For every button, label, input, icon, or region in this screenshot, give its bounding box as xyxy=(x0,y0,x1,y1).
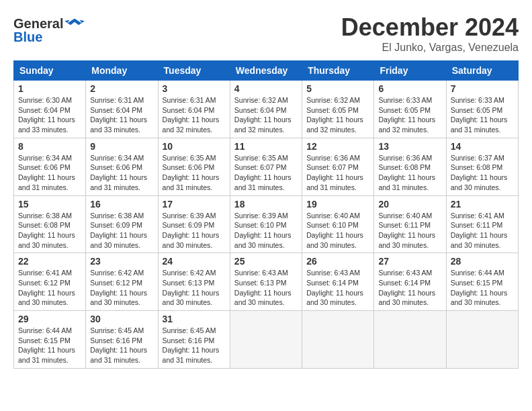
day-number: 12 xyxy=(306,141,369,152)
day-info: Sunrise: 6:42 AM Sunset: 6:12 PM Dayligh… xyxy=(90,268,153,308)
day-info: Sunrise: 6:45 AM Sunset: 6:16 PM Dayligh… xyxy=(90,326,153,365)
day-number: 29 xyxy=(18,314,81,324)
day-number: 24 xyxy=(163,256,226,267)
day-cell: 29 Sunrise: 6:44 AM Sunset: 6:15 PM Dayl… xyxy=(14,311,86,369)
day-info: Sunrise: 6:30 AM Sunset: 6:04 PM Dayligh… xyxy=(18,95,81,135)
weekday-header-row: SundayMondayTuesdayWednesdayThursdayFrid… xyxy=(14,61,519,81)
day-info: Sunrise: 6:44 AM Sunset: 6:15 PM Dayligh… xyxy=(18,326,81,365)
week-row-2: 8 Sunrise: 6:34 AM Sunset: 6:06 PM Dayli… xyxy=(14,138,519,195)
day-info: Sunrise: 6:43 AM Sunset: 6:14 PM Dayligh… xyxy=(378,268,441,308)
day-number: 1 xyxy=(18,83,81,94)
day-number: 27 xyxy=(378,256,441,267)
day-info: Sunrise: 6:38 AM Sunset: 6:08 PM Dayligh… xyxy=(18,211,81,250)
day-number: 2 xyxy=(90,83,153,94)
day-cell: 19 Sunrise: 6:40 AM Sunset: 6:10 PM Dayl… xyxy=(302,195,374,253)
day-cell: 21 Sunrise: 6:41 AM Sunset: 6:11 PM Dayl… xyxy=(446,195,518,253)
title-block: December 2024 El Junko, Vargas, Venezuel… xyxy=(341,13,519,54)
location-text: El Junko, Vargas, Venezuela xyxy=(341,42,519,54)
day-cell: 25 Sunrise: 6:43 AM Sunset: 6:13 PM Dayl… xyxy=(230,253,302,311)
logo: General Blue xyxy=(13,13,85,45)
weekday-header-monday: Monday xyxy=(86,61,158,81)
day-cell: 12 Sunrise: 6:36 AM Sunset: 6:07 PM Dayl… xyxy=(302,138,374,195)
day-number: 15 xyxy=(18,199,81,210)
day-number: 11 xyxy=(234,141,298,152)
day-info: Sunrise: 6:33 AM Sunset: 6:05 PM Dayligh… xyxy=(451,95,514,135)
day-info: Sunrise: 6:40 AM Sunset: 6:11 PM Dayligh… xyxy=(378,211,441,250)
svg-marker-0 xyxy=(64,19,85,26)
day-cell: 24 Sunrise: 6:42 AM Sunset: 6:13 PM Dayl… xyxy=(158,253,230,311)
day-number: 3 xyxy=(163,83,226,94)
day-cell: 23 Sunrise: 6:42 AM Sunset: 6:12 PM Dayl… xyxy=(86,253,158,311)
day-cell: 4 Sunrise: 6:32 AM Sunset: 6:04 PM Dayli… xyxy=(230,81,302,138)
day-cell xyxy=(302,311,374,369)
day-cell: 11 Sunrise: 6:35 AM Sunset: 6:07 PM Dayl… xyxy=(230,138,302,195)
day-cell: 31 Sunrise: 6:45 AM Sunset: 6:16 PM Dayl… xyxy=(158,311,230,369)
day-info: Sunrise: 6:34 AM Sunset: 6:06 PM Dayligh… xyxy=(90,153,153,193)
day-number: 20 xyxy=(378,199,441,210)
day-cell: 30 Sunrise: 6:45 AM Sunset: 6:16 PM Dayl… xyxy=(86,311,158,369)
logo-blue-text: Blue xyxy=(13,30,42,45)
logo-bird-icon xyxy=(64,13,85,34)
day-number: 28 xyxy=(451,256,514,267)
day-cell: 7 Sunrise: 6:33 AM Sunset: 6:05 PM Dayli… xyxy=(446,81,518,138)
day-info: Sunrise: 6:31 AM Sunset: 6:04 PM Dayligh… xyxy=(163,95,226,135)
day-number: 21 xyxy=(451,199,514,210)
day-number: 19 xyxy=(306,199,369,210)
day-cell: 17 Sunrise: 6:39 AM Sunset: 6:09 PM Dayl… xyxy=(158,195,230,253)
day-info: Sunrise: 6:36 AM Sunset: 6:08 PM Dayligh… xyxy=(378,153,441,193)
day-info: Sunrise: 6:34 AM Sunset: 6:06 PM Dayligh… xyxy=(18,153,81,193)
day-info: Sunrise: 6:43 AM Sunset: 6:14 PM Dayligh… xyxy=(306,268,369,308)
day-cell: 2 Sunrise: 6:31 AM Sunset: 6:04 PM Dayli… xyxy=(86,81,158,138)
day-cell: 6 Sunrise: 6:33 AM Sunset: 6:05 PM Dayli… xyxy=(374,81,446,138)
day-cell: 5 Sunrise: 6:32 AM Sunset: 6:05 PM Dayli… xyxy=(302,81,374,138)
day-number: 23 xyxy=(90,256,153,267)
day-cell: 8 Sunrise: 6:34 AM Sunset: 6:06 PM Dayli… xyxy=(14,138,86,195)
day-info: Sunrise: 6:35 AM Sunset: 6:06 PM Dayligh… xyxy=(163,153,226,193)
day-cell: 27 Sunrise: 6:43 AM Sunset: 6:14 PM Dayl… xyxy=(374,253,446,311)
day-info: Sunrise: 6:45 AM Sunset: 6:16 PM Dayligh… xyxy=(163,326,226,365)
day-info: Sunrise: 6:31 AM Sunset: 6:04 PM Dayligh… xyxy=(90,95,153,135)
day-cell: 15 Sunrise: 6:38 AM Sunset: 6:08 PM Dayl… xyxy=(14,195,86,253)
day-info: Sunrise: 6:41 AM Sunset: 6:11 PM Dayligh… xyxy=(451,211,514,250)
weekday-header-tuesday: Tuesday xyxy=(158,61,230,81)
day-cell: 22 Sunrise: 6:41 AM Sunset: 6:12 PM Dayl… xyxy=(14,253,86,311)
week-row-1: 1 Sunrise: 6:30 AM Sunset: 6:04 PM Dayli… xyxy=(14,81,519,138)
day-info: Sunrise: 6:41 AM Sunset: 6:12 PM Dayligh… xyxy=(18,268,81,308)
day-info: Sunrise: 6:32 AM Sunset: 6:05 PM Dayligh… xyxy=(306,95,369,135)
week-row-3: 15 Sunrise: 6:38 AM Sunset: 6:08 PM Dayl… xyxy=(14,195,519,253)
day-cell xyxy=(374,311,446,369)
day-cell: 16 Sunrise: 6:38 AM Sunset: 6:09 PM Dayl… xyxy=(86,195,158,253)
day-info: Sunrise: 6:33 AM Sunset: 6:05 PM Dayligh… xyxy=(378,95,441,135)
day-info: Sunrise: 6:38 AM Sunset: 6:09 PM Dayligh… xyxy=(90,211,153,250)
day-number: 7 xyxy=(451,83,514,94)
day-number: 4 xyxy=(234,83,298,94)
weekday-header-thursday: Thursday xyxy=(302,61,374,81)
day-number: 18 xyxy=(234,199,298,210)
weekday-header-saturday: Saturday xyxy=(446,61,518,81)
week-row-5: 29 Sunrise: 6:44 AM Sunset: 6:15 PM Dayl… xyxy=(14,311,519,369)
day-number: 17 xyxy=(163,199,226,210)
day-info: Sunrise: 6:43 AM Sunset: 6:13 PM Dayligh… xyxy=(234,268,298,308)
day-cell: 28 Sunrise: 6:44 AM Sunset: 6:15 PM Dayl… xyxy=(446,253,518,311)
day-cell: 14 Sunrise: 6:37 AM Sunset: 6:08 PM Dayl… xyxy=(446,138,518,195)
day-info: Sunrise: 6:42 AM Sunset: 6:13 PM Dayligh… xyxy=(163,268,226,308)
day-cell: 9 Sunrise: 6:34 AM Sunset: 6:06 PM Dayli… xyxy=(86,138,158,195)
day-cell: 3 Sunrise: 6:31 AM Sunset: 6:04 PM Dayli… xyxy=(158,81,230,138)
day-info: Sunrise: 6:37 AM Sunset: 6:08 PM Dayligh… xyxy=(451,153,514,193)
day-info: Sunrise: 6:44 AM Sunset: 6:15 PM Dayligh… xyxy=(451,268,514,308)
day-info: Sunrise: 6:39 AM Sunset: 6:10 PM Dayligh… xyxy=(234,211,298,250)
day-info: Sunrise: 6:32 AM Sunset: 6:04 PM Dayligh… xyxy=(234,95,298,135)
day-number: 8 xyxy=(18,141,81,152)
day-number: 13 xyxy=(378,141,441,152)
day-info: Sunrise: 6:36 AM Sunset: 6:07 PM Dayligh… xyxy=(306,153,369,193)
day-number: 16 xyxy=(90,199,153,210)
weekday-header-wednesday: Wednesday xyxy=(230,61,302,81)
weekday-header-sunday: Sunday xyxy=(14,61,86,81)
day-number: 6 xyxy=(378,83,441,94)
week-row-4: 22 Sunrise: 6:41 AM Sunset: 6:12 PM Dayl… xyxy=(14,253,519,311)
calendar-table: SundayMondayTuesdayWednesdayThursdayFrid… xyxy=(13,60,519,369)
day-cell xyxy=(230,311,302,369)
day-cell: 26 Sunrise: 6:43 AM Sunset: 6:14 PM Dayl… xyxy=(302,253,374,311)
day-number: 30 xyxy=(90,314,153,324)
day-info: Sunrise: 6:39 AM Sunset: 6:09 PM Dayligh… xyxy=(163,211,226,250)
